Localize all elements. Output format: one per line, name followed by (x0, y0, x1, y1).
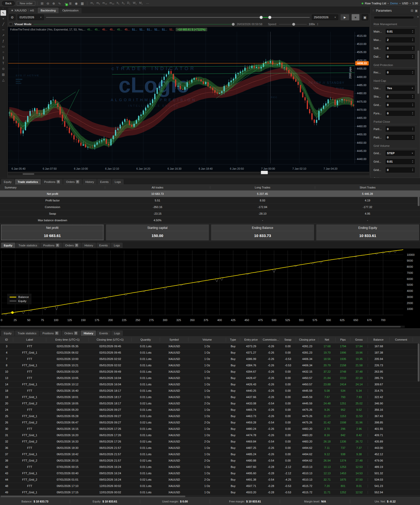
tab-history[interactable]: History (81, 330, 96, 336)
tab-positions[interactable]: Positions0 (40, 330, 61, 336)
param-stepper[interactable]: 0.01▲▼ (385, 159, 415, 165)
stats-header-all-trades[interactable]: All trades (105, 186, 210, 189)
tab-history[interactable]: History (83, 179, 97, 184)
stats-header-summary[interactable]: Summary (0, 186, 105, 189)
horizontal-line-tool-icon[interactable]: ─ (1, 27, 6, 33)
timeframe-button-m5[interactable]: m5 (95, 1, 101, 5)
visual-mode-checkbox[interactable] (9, 22, 12, 26)
history-header-balance[interactable]: Balance (368, 338, 390, 342)
history-row[interactable]: 13FTT05/01/2026 10:0505/01/2026 16:040.0… (0, 375, 420, 381)
start-date-picker[interactable]: 01/01/2026 ▼ (18, 14, 44, 20)
history-scrollbar[interactable] (418, 343, 419, 382)
stepper-arrows[interactable]: ▲▼ (412, 95, 413, 98)
stepper-arrows[interactable]: ▲▼ (412, 168, 413, 172)
playback-handle[interactable] (232, 23, 235, 26)
history-row[interactable]: 37FTT_Grid_106/01/2026 18:4206/01/2026 2… (0, 451, 420, 457)
history-header-entry-time-utc-1-[interactable]: Entry time (UTC+1) (46, 338, 89, 342)
chart-scrollbar[interactable] (8, 173, 369, 175)
timeframe-button-h4[interactable]: h4 (121, 1, 126, 5)
back-button[interactable]: Back (2, 1, 15, 6)
rectangle-tool-icon[interactable]: ▭ (1, 44, 6, 49)
objects-icon[interactable]: ◔7 (62, 2, 68, 5)
history-header-id[interactable]: ID (0, 338, 13, 342)
chart-scroll-handle[interactable] (261, 171, 268, 174)
timeframe-button-m30[interactable]: m30 (108, 1, 116, 5)
history-header-label[interactable]: Label (13, 338, 46, 342)
stats-row[interactable]: Net profit10 683.735 237.455 446.28 (0, 191, 420, 197)
layers-icon[interactable]: ≣ (68, 2, 73, 5)
history-row[interactable]: 32FTT_Grid_206/01/2026 16:3306/01/2026 1… (0, 438, 420, 445)
chart-settings-icon[interactable]: ▦ (79, 2, 85, 5)
indicators-icon[interactable]: ∿ (57, 2, 62, 5)
history-row[interactable]: 26FTT_Grid_206/01/2026 06:4706/01/2026 0… (0, 419, 420, 426)
timeframe-button-m15[interactable]: m15 (101, 1, 108, 5)
history-row[interactable]: 48FTT09/01/2026 17:1012/01/2026 00:020.0… (0, 483, 420, 489)
history-row[interactable]: 30FTT06/01/2026 16:1506/01/2026 17:260.0… (0, 426, 420, 432)
param-stepper[interactable]: 0.01▲▼ (385, 28, 415, 35)
stepper-arrows[interactable]: ▲▼ (412, 55, 413, 58)
stats-header-long-trades[interactable]: Long Trades (210, 186, 315, 189)
param-stepper[interactable]: 0▲▼ (385, 69, 415, 75)
ray-tool-icon[interactable]: ↗ (1, 33, 6, 38)
history-row[interactable]: 36FTT06/01/2026 18:3006/01/2026 21:570.0… (0, 445, 420, 451)
param-stepper[interactable]: 0▲▼ (385, 93, 415, 100)
history-header-entry-price[interactable]: Entry price (240, 338, 262, 342)
history-row[interactable]: 42FTT07/01/2026 00:1509/01/2026 16:240.0… (0, 464, 420, 470)
panel-detach-icon[interactable]: ⊟ (411, 9, 413, 12)
tab-equity[interactable]: Equity (1, 330, 14, 336)
play-button[interactable]: ▶ (340, 14, 349, 21)
history-row[interactable]: 25FTT_Grid_106/01/2026 05:2806/01/2026 0… (0, 413, 420, 419)
indicator-name[interactable]: FollowTheTrend cBot Indicator (Yes, Expo… (10, 28, 85, 31)
stepper-arrows[interactable]: ▲▼ (412, 160, 413, 163)
ellipse-tool-icon[interactable]: ○ (1, 49, 6, 55)
tab-logs[interactable]: Logs (111, 243, 123, 248)
tab-backtesting[interactable]: Backtesting (38, 8, 59, 13)
timeframe-button-W1[interactable]: W1 (132, 1, 138, 5)
history-row[interactable]: 14FTT_Grid_105/01/2026 10:1205/01/2026 1… (0, 381, 420, 388)
history-header-gross[interactable]: Gross (350, 338, 368, 342)
history-header-symbol[interactable]: Symbol (160, 338, 188, 342)
price-chart-canvas[interactable]: FollowTheTrend cBot Indicator (Yes, Expo… (8, 27, 369, 172)
history-row[interactable]: 18FTT05/01/2026 16:4005/01/2026 18:170.0… (0, 388, 420, 394)
tab-orders[interactable]: Orders0 (62, 243, 81, 248)
param-stepper[interactable]: 0▲▼ (385, 126, 415, 132)
toolbar-grip[interactable]: ⠿ (2, 8, 4, 10)
tab-positions[interactable]: Positions0 (41, 179, 63, 184)
trendline-tool-icon[interactable]: ╱ (1, 21, 6, 27)
stepper-arrows[interactable]: ▲▼ (412, 103, 413, 107)
layout-icon[interactable]: ⊞ (39, 2, 45, 5)
history-header-commissio-[interactable]: Commissio... (262, 338, 280, 342)
stats-row[interactable]: Profit factor5.518.934.19 (0, 197, 420, 204)
history-row[interactable]: 43FTT_Grid_107/01/2026 00:4009/01/2026 1… (0, 470, 420, 477)
tab-history[interactable]: History (82, 243, 96, 248)
new-order-button[interactable]: New order (17, 1, 35, 6)
stepper-arrows[interactable]: ▲▼ (412, 136, 413, 139)
chart-scrollbar-thumb[interactable] (23, 173, 34, 175)
equity-scrollbar-thumb[interactable] (0, 326, 401, 327)
tab-symbol[interactable]: XAUUSD m5 (8, 8, 37, 13)
backtest-range-slider[interactable] (46, 14, 310, 20)
range-start-handle[interactable] (260, 16, 263, 19)
timeframes-more-button[interactable]: ⋯ (145, 2, 150, 5)
channel-tool-icon[interactable]: ∥ (1, 55, 6, 60)
history-header-comment[interactable]: Comment (390, 338, 413, 342)
tab-equity[interactable]: Equity (1, 179, 14, 184)
history-row[interactable]: 24FTT06/01/2026 05:2006/01/2026 09:270.0… (0, 407, 420, 413)
param-stepper[interactable]: 0▲▼ (385, 102, 415, 108)
bottom-scrollbar-thumb[interactable] (1, 496, 185, 497)
timeframe-button-m1[interactable]: m1 (89, 1, 95, 5)
end-date-picker[interactable]: 25/03/2026 ▼ (312, 14, 338, 20)
history-header-quantity[interactable]: Quantity (132, 338, 160, 342)
param-stepper[interactable]: 2▲▼ (385, 37, 415, 43)
history-header-swap[interactable]: Swap (280, 338, 296, 342)
speed-slider[interactable] (279, 22, 307, 26)
param-stepper[interactable]: 0▲▼ (385, 54, 415, 60)
stats-row[interactable]: Max balance drawdown4.50%-- (0, 217, 420, 224)
speed-stepper[interactable]: ▲▼ (317, 23, 318, 26)
param-stepper[interactable]: 0▲▼ (385, 134, 415, 140)
backtest-settings-button[interactable]: ⚙ (9, 14, 15, 20)
alert-tool-icon[interactable]: △ (1, 77, 6, 83)
text-tool-icon[interactable]: T (1, 60, 6, 66)
history-header-type[interactable]: Type (226, 338, 240, 342)
crosshair-tool-icon[interactable]: ＋ (1, 16, 6, 21)
